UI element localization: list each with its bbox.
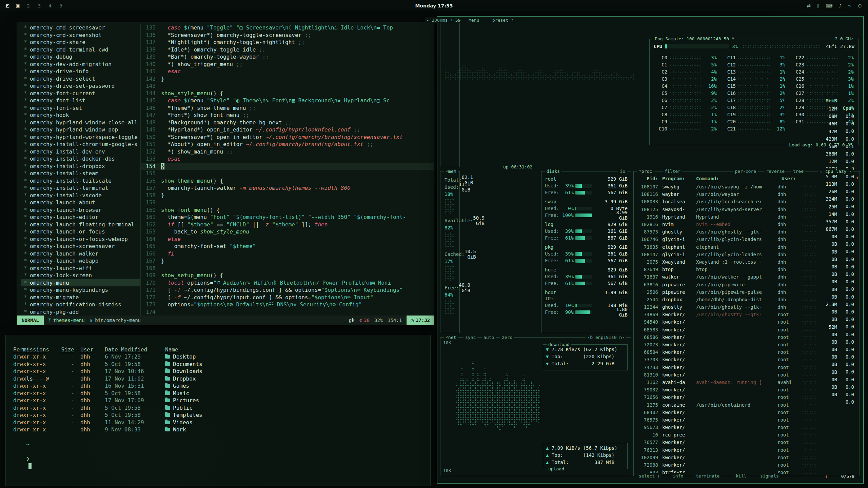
net-zero-button[interactable]: zero bbox=[500, 334, 514, 340]
screencast-icon[interactable]: ⇄ bbox=[807, 3, 811, 8]
code-line[interactable]: 149 *Hyprland*) open_in_editor ~/.config… bbox=[141, 126, 434, 134]
col-cpu[interactable]: Cpu% bbox=[837, 105, 856, 252]
terminate-action[interactable]: terminate bbox=[694, 473, 721, 479]
file-item[interactable]: * omarchy-install-dropbox bbox=[21, 163, 140, 170]
code-line[interactable]: 146 *Theme*) show_theme_menu ;; bbox=[141, 104, 434, 112]
file-item[interactable]: * omarchy-hook bbox=[21, 111, 140, 119]
code-line[interactable]: 162 if [[ "$theme" == "CNCLD" || -z "$th… bbox=[141, 221, 434, 228]
code-line[interactable]: 145 case $(menu "Style" "◐ Theme\n✎ Font… bbox=[141, 97, 434, 104]
tab-net[interactable]: ³net bbox=[444, 334, 458, 340]
file-item[interactable]: * omarchy-launch-or-focus bbox=[21, 228, 140, 236]
code-line[interactable]: 174 bbox=[141, 308, 434, 316]
code-line[interactable]: 142 } bbox=[141, 75, 434, 83]
col-memb[interactable]: MemB bbox=[818, 98, 837, 259]
workspace-5[interactable]: 5 bbox=[59, 3, 63, 8]
code-line[interactable]: 135 case $(menu "Toggle" "▢ Screensaver\… bbox=[141, 24, 434, 32]
file-item[interactable]: * omarchy-notification-dismiss bbox=[21, 301, 140, 308]
code-line[interactable]: 170 local options="♬ Audio\n∿ Wifi\nᛒ Bl… bbox=[141, 279, 434, 287]
file-item[interactable]: * omarchy-pkg-add bbox=[21, 308, 140, 316]
file-item[interactable]: * omarchy-menu bbox=[21, 279, 140, 287]
prompt-line-empty[interactable]: ~ ❯ bbox=[13, 433, 430, 441]
workspace-3[interactable]: 3 bbox=[37, 3, 42, 8]
code-line[interactable]: 138 *Idle*) omarchy-toggle-idle ;; bbox=[141, 46, 434, 54]
workspace-1-app-icon[interactable]: ▣ bbox=[16, 3, 20, 8]
workspace-4[interactable]: 4 bbox=[48, 3, 53, 8]
tab-io[interactable]: io bbox=[618, 168, 627, 174]
file-item[interactable]: * omarchy-migrate bbox=[21, 294, 140, 301]
code-line[interactable]: 161 theme=$(menu "Font" "$(omarchy-font-… bbox=[141, 214, 434, 221]
file-item[interactable]: * omarchy-lock-screen bbox=[21, 272, 140, 279]
code-line[interactable]: 137 *Nightlight*) omarchy-toggle-nightli… bbox=[141, 39, 434, 46]
file-item[interactable]: * omarchy-hyprland-workspace-toggle bbox=[21, 134, 140, 141]
net-sync-button[interactable]: sync bbox=[463, 334, 477, 340]
workspace-1-window-icon[interactable]: ◩ bbox=[5, 3, 9, 8]
code-line[interactable]: 171 [ -f ~/.config/hypr/bindings.conf ] … bbox=[141, 286, 434, 294]
file-item[interactable]: * omarchy-launch-browser bbox=[21, 206, 140, 214]
file-item[interactable]: * omarchy-cmd-screenshot bbox=[21, 32, 140, 39]
file-item[interactable]: * omarchy-launch-walker bbox=[21, 250, 140, 258]
code-line[interactable]: 167 } bbox=[141, 257, 434, 265]
code-line[interactable]: 154 } bbox=[141, 163, 434, 170]
file-item[interactable]: * omarchy-launch-wifi bbox=[21, 265, 140, 272]
bluetooth-icon[interactable]: ᛒ bbox=[817, 3, 820, 8]
kill-action[interactable]: kill bbox=[734, 473, 748, 479]
file-item[interactable]: * omarchy-launch-screensaver bbox=[21, 243, 140, 250]
code-line[interactable]: 165 omarchy-font-set "$theme" bbox=[141, 243, 434, 250]
menu-button[interactable]: menu bbox=[467, 17, 481, 23]
col-program[interactable]: Program: bbox=[658, 176, 694, 181]
file-item[interactable]: * omarchy-install-steam bbox=[21, 170, 140, 177]
code-line[interactable]: 157 omarchy-launch-walker -m menus:omarc… bbox=[141, 184, 434, 192]
tab-mem[interactable]: ²mem bbox=[444, 168, 458, 174]
file-item[interactable]: * omarchy-cmd-screensaver bbox=[21, 24, 140, 32]
file-item[interactable]: * omarchy-install-chromium-google-a bbox=[21, 141, 140, 148]
code-line[interactable]: 169 show_setup_menu() { bbox=[141, 272, 434, 279]
code-line[interactable]: 140 *) show_trigger_menu ;; bbox=[141, 61, 434, 68]
code-line[interactable]: 147 *Font*) show_font_menu ;; bbox=[141, 111, 434, 119]
code-line[interactable]: 153 esac bbox=[141, 155, 434, 163]
file-item[interactable]: * omarchy-font-list bbox=[21, 97, 140, 104]
code-line[interactable]: 159 bbox=[141, 199, 434, 206]
preset-button[interactable]: preset * bbox=[491, 17, 515, 23]
signals-action[interactable]: signals bbox=[758, 473, 781, 479]
file-item[interactable]: * omarchy-launch-floating-terminal- bbox=[21, 221, 140, 228]
file-item[interactable]: * omarchy-launch-editor bbox=[21, 214, 140, 221]
code-line[interactable]: 160 show_font_menu() { bbox=[141, 206, 434, 214]
code-line[interactable]: 163 back_to show_style_menu bbox=[141, 228, 434, 236]
tab-disks[interactable]: disks bbox=[545, 168, 561, 174]
file-item[interactable]: * omarchy-install-terminal bbox=[21, 184, 140, 192]
col-command[interactable]: Command: bbox=[694, 176, 782, 181]
file-item[interactable]: * omarchy-hyprland-window-pop bbox=[21, 126, 140, 134]
code-line[interactable]: 139 *Bar*) omarchy-toggle-waybar ;; bbox=[141, 53, 434, 61]
update-interval-control[interactable]: - 2000ms + bbox=[425, 17, 455, 23]
code-line[interactable]: 150 *Screensaver*) open_in_editor ~/.con… bbox=[141, 134, 434, 141]
file-item[interactable]: * omarchy-launch-or-focus-webapp bbox=[21, 236, 140, 243]
file-item[interactable]: * omarchy-launch-about bbox=[21, 199, 140, 206]
file-item[interactable]: * omarchy-launch-webapp bbox=[21, 257, 140, 265]
file-item[interactable]: * omarchy-menu-keybindings bbox=[21, 286, 140, 294]
code-line[interactable]: 148 *Background*) omarchy-theme-bg-next … bbox=[141, 119, 434, 126]
scroll-down-indicator[interactable]: ↓ bbox=[824, 474, 829, 479]
power-icon[interactable]: ⊙ bbox=[858, 3, 862, 8]
file-item[interactable]: * omarchy-install-vscode bbox=[21, 192, 140, 199]
select-action[interactable]: select ↓ bbox=[637, 473, 662, 479]
file-item[interactable]: * omarchy-install-dev-env bbox=[21, 148, 140, 156]
file-item[interactable]: * omarchy-drive-select bbox=[21, 75, 140, 83]
code-line[interactable]: 152 *) show_main_menu ;; bbox=[141, 148, 434, 156]
file-item[interactable]: * omarchy-install-docker-dbs bbox=[21, 155, 140, 163]
scroll-up-indicator[interactable]: ↑ bbox=[856, 175, 859, 180]
keyboard-icon[interactable]: ⌨ bbox=[826, 3, 832, 8]
wifi-icon[interactable]: ∿ bbox=[848, 3, 852, 8]
code-line[interactable]: 172 [ -f ~/.config/hypr/input.conf ] && … bbox=[141, 294, 434, 301]
file-item[interactable]: * omarchy-debug bbox=[21, 53, 140, 61]
file-item[interactable]: * omarchy-drive-info bbox=[21, 68, 140, 75]
info-action[interactable]: info bbox=[671, 473, 685, 479]
file-item[interactable]: * omarchy-install-tailscale bbox=[21, 177, 140, 185]
file-item[interactable]: * omarchy-font-set bbox=[21, 104, 140, 112]
file-item[interactable]: * omarchy-cmd-terminal-cwd bbox=[21, 46, 140, 54]
file-item[interactable]: * omarchy-hyprland-window-close-all bbox=[21, 119, 140, 126]
terminal-window[interactable]: ~ ❯ ls Permissions Size User Date Modifi… bbox=[5, 335, 431, 486]
code-line[interactable]: 173 options="$options\n⚙ Defaults\n☷ DNS… bbox=[141, 301, 434, 308]
file-item[interactable]: * omarchy-cmd-share bbox=[21, 39, 140, 46]
code-line[interactable]: 158 } bbox=[141, 192, 434, 199]
code-line[interactable]: 166 fi bbox=[141, 250, 434, 258]
